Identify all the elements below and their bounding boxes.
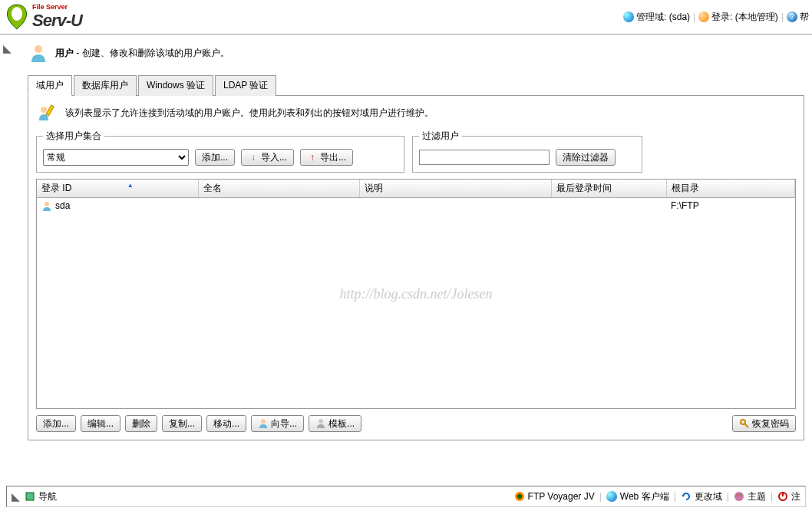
ftp-voyager-link[interactable]: FTP Voyager JV — [514, 491, 595, 502]
wizard-icon — [258, 418, 269, 429]
watermark-text: http://blog.csdn.net/Jolesen — [340, 286, 493, 302]
copy-button[interactable]: 复制... — [162, 415, 202, 432]
logout-icon — [777, 491, 788, 502]
tab-ldap-auth[interactable]: LDAP 验证 — [215, 75, 276, 96]
svg-point-15 — [739, 494, 741, 496]
logo: File Server Serv-U — [0, 3, 82, 31]
page-title: 用户 — [55, 48, 74, 58]
import-icon: ↓ — [248, 152, 259, 163]
info-text: 该列表显示了允许连接到活动域的用户账户。使用此列表和列出的按钮对域用户进行维护。 — [65, 107, 434, 120]
app-header: File Server Serv-U 管理域: (sda) | 登录: (本地管… — [0, 0, 812, 35]
cell-fullname — [198, 198, 359, 214]
tab-domain-users[interactable]: 域用户 — [28, 75, 72, 96]
export-icon: ↑ — [307, 152, 318, 163]
tab-panel: 该列表显示了允许连接到活动域的用户账户。使用此列表和列出的按钮对域用户进行维护。… — [28, 96, 804, 440]
key-icon — [739, 418, 750, 429]
wizard-button[interactable]: 向导... — [251, 415, 304, 432]
svg-point-1 — [35, 45, 42, 53]
cell-desc — [359, 198, 551, 214]
col-lastlogin[interactable]: 最后登录时间 — [551, 180, 666, 198]
select-collection-fieldset: 选择用户集合 常规 添加... ↓导入... ↑导出... — [36, 130, 404, 173]
svg-rect-9 — [26, 493, 34, 500]
export-button[interactable]: ↑导出... — [300, 149, 353, 166]
globe-icon — [623, 12, 634, 22]
col-desc[interactable]: 说明 — [359, 180, 551, 198]
edit-button[interactable]: 编辑... — [81, 415, 120, 432]
add-button[interactable]: 添加... — [36, 415, 76, 432]
action-buttons: 添加... 编辑... 删除 复制... 移动... 向导... 模板... 恢… — [36, 415, 796, 432]
nav-link[interactable]: 导航 — [25, 490, 57, 503]
globe-icon — [606, 491, 617, 502]
move-button[interactable]: 移动... — [206, 415, 246, 432]
svg-point-2 — [41, 107, 47, 113]
template-icon — [315, 418, 326, 429]
product-name: Serv-U — [32, 11, 82, 31]
select-collection-legend: 选择用户集合 — [43, 130, 104, 143]
filter-legend: 过滤用户 — [419, 130, 462, 143]
svg-line-8 — [744, 424, 748, 427]
product-subtitle: File Server — [32, 3, 82, 11]
palette-icon — [734, 491, 744, 502]
svg-point-11 — [517, 494, 522, 499]
svg-point-4 — [45, 202, 49, 206]
svg-point-0 — [12, 7, 22, 21]
users-table-container: 登录 ID 全名 说明 最后登录时间 根目录 sda — [36, 179, 796, 409]
tab-bar: 域用户 数据库用户 Windows 验证 LDAP 验证 — [28, 74, 804, 96]
nav-icon — [25, 491, 35, 502]
info-row: 该列表显示了允许连接到活动域的用户账户。使用此列表和列出的按钮对域用户进行维护。 — [36, 104, 796, 122]
svg-point-14 — [736, 494, 738, 496]
pencil-users-icon — [36, 104, 59, 122]
table-row[interactable]: sda F:\FTP — [37, 198, 795, 214]
table-header-row: 登录 ID 全名 说明 最后登录时间 根目录 — [37, 180, 795, 198]
cell-last — [551, 198, 666, 214]
svg-point-13 — [734, 492, 744, 501]
change-domain-link[interactable]: 更改域 — [681, 490, 722, 503]
help-icon: ? — [787, 12, 797, 22]
servu-logo-icon — [3, 3, 31, 31]
status-bar: ◣ 导航 FTP Voyager JV | Web 客户端 | 更改域 | 主题… — [6, 486, 806, 507]
main-content: ◣ 用户 - 创建、修改和删除该域的用户账户。 域用户 数据库用户 Window… — [0, 35, 812, 472]
refresh-icon — [681, 491, 692, 502]
recover-password-button[interactable]: 恢复密码 — [732, 415, 796, 432]
collection-select[interactable]: 常规 — [43, 149, 189, 166]
col-fullname[interactable]: 全名 — [198, 180, 359, 198]
col-login-id[interactable]: 登录 ID — [37, 180, 198, 198]
logout-link[interactable]: 注 — [777, 490, 800, 503]
col-root[interactable]: 根目录 — [666, 180, 795, 198]
page-desc: - 创建、修改和删除该域的用户账户。 — [74, 48, 229, 58]
user-row-icon — [41, 201, 52, 212]
filter-input[interactable] — [419, 150, 550, 165]
cell-login: sda — [55, 200, 70, 211]
tab-windows-auth[interactable]: Windows 验证 — [138, 75, 213, 96]
users-icon — [28, 42, 49, 64]
users-table: 登录 ID 全名 说明 最后登录时间 根目录 sda — [37, 180, 795, 214]
template-button[interactable]: 模板... — [309, 415, 361, 432]
svg-point-6 — [319, 419, 323, 424]
voyager-icon — [514, 491, 525, 502]
cell-root: F:\FTP — [666, 198, 795, 214]
tab-database-users[interactable]: 数据库用户 — [74, 75, 137, 96]
page-heading: 用户 - 创建、修改和删除该域的用户账户。 — [28, 42, 804, 64]
svg-rect-3 — [46, 105, 54, 116]
filter-fieldset: 过滤用户 清除过滤器 — [412, 130, 642, 173]
import-button[interactable]: ↓导入... — [241, 149, 294, 166]
collapse-footer-icon[interactable]: ◣ — [12, 490, 20, 503]
clear-filter-button[interactable]: 清除过滤器 — [556, 149, 616, 166]
login-info-link[interactable]: 登录: (本地管理) — [698, 11, 778, 24]
user-icon — [698, 12, 709, 22]
web-client-link[interactable]: Web 客户端 — [606, 490, 669, 503]
header-links: 管理域: (sda) | 登录: (本地管理) | ?帮 — [623, 11, 812, 24]
theme-link[interactable]: 主题 — [734, 490, 766, 503]
svg-point-5 — [261, 419, 266, 424]
collapse-sidebar-icon[interactable]: ◣ — [3, 42, 15, 54]
manage-domain-link[interactable]: 管理域: (sda) — [623, 11, 690, 24]
help-link[interactable]: ?帮 — [787, 11, 809, 24]
delete-button[interactable]: 删除 — [125, 415, 157, 432]
add-collection-button[interactable]: 添加... — [195, 149, 235, 166]
